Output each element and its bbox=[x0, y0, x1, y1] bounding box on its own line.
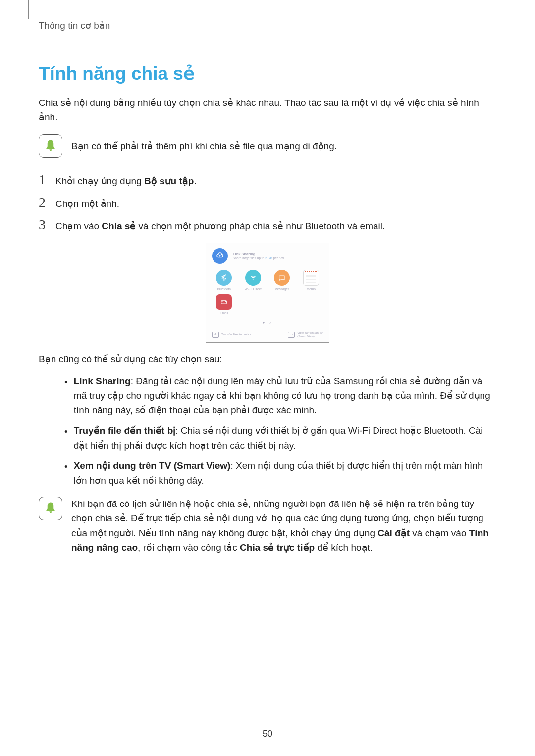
tv-icon: ▭ bbox=[288, 332, 295, 338]
smart-view-item: ▭ View content on TV(Smart View) bbox=[288, 331, 323, 338]
messages-icon bbox=[274, 270, 290, 286]
sub-heading: Bạn cũng có thể sử dụng các tùy chọn sau… bbox=[39, 353, 496, 365]
page-number: 50 bbox=[0, 729, 535, 739]
step-3: 3 Chạm vào Chia sẻ và chọn một phương ph… bbox=[39, 218, 496, 234]
share-bluetooth: Bluetooth bbox=[212, 270, 236, 291]
section-header: Thông tin cơ bản bbox=[39, 20, 496, 31]
intro-text: Chia sẻ nội dung bằng nhiều tùy chọn chi… bbox=[39, 96, 496, 124]
bullet-list: • Link Sharing: Đăng tải các nội dung lê… bbox=[39, 374, 496, 488]
step-text-2: Chọn một ảnh. bbox=[55, 197, 119, 211]
note-block-1: Bạn có thể phải trả thêm phí khi chia sẻ… bbox=[39, 134, 496, 158]
step-number-3: 3 bbox=[39, 218, 49, 232]
step-text-3: Chạm vào Chia sẻ và chọn một phương pháp… bbox=[55, 219, 385, 234]
share-panel-illustration: Link Sharing Share large files up to 2 G… bbox=[206, 243, 329, 343]
page-title: Tính năng chia sẻ bbox=[39, 63, 496, 84]
step-number-2: 2 bbox=[39, 196, 49, 209]
share-wifi-direct: Wi-Fi Direct bbox=[241, 270, 266, 291]
transfer-files-item: ➜ Transfer files to device bbox=[212, 331, 251, 338]
note-text-1: Bạn có thể phải trả thêm phí khi chia sẻ… bbox=[71, 134, 337, 153]
email-icon bbox=[216, 294, 232, 310]
step-1: 1 Khởi chạy ứng dụng Bộ sưu tập. bbox=[39, 173, 496, 189]
note-block-2: Khi bạn đã có lịch sử liên hệ hoặc chia … bbox=[39, 497, 496, 555]
tab-marker bbox=[28, 0, 29, 19]
bell-icon bbox=[39, 497, 62, 520]
step-text-1: Khởi chạy ứng dụng Bộ sưu tập. bbox=[55, 174, 197, 189]
note-text-2: Khi bạn đã có lịch sử liên hệ hoặc chia … bbox=[71, 497, 496, 555]
step-2: 2 Chọn một ảnh. bbox=[39, 196, 496, 211]
bullet-transfer-file: • Truyền file đến thiết bị: Chia sẻ nội … bbox=[64, 423, 496, 453]
share-icon-grid: Bluetooth Wi-Fi Direct Messages Memo bbox=[212, 270, 323, 315]
bluetooth-icon bbox=[216, 270, 232, 286]
bell-icon bbox=[39, 134, 62, 158]
memo-icon bbox=[303, 270, 319, 286]
cloud-icon bbox=[212, 248, 228, 264]
link-sharing-text: Link Sharing Share large files up to 2 G… bbox=[233, 252, 285, 260]
share-email: Email bbox=[212, 294, 236, 315]
share-memo: Memo bbox=[299, 270, 323, 291]
wifi-icon bbox=[245, 270, 261, 286]
share-bottom-row: ➜ Transfer files to device ▭ View conten… bbox=[212, 328, 323, 338]
bullet-smart-view: • Xem nội dung trên TV (Smart View): Xem… bbox=[64, 458, 496, 488]
step-number-1: 1 bbox=[39, 173, 49, 187]
page-dots: ● ○ bbox=[212, 320, 323, 325]
svg-point-0 bbox=[253, 279, 254, 280]
link-sharing-row: Link Sharing Share large files up to 2 G… bbox=[212, 248, 323, 264]
device-icon: ➜ bbox=[212, 332, 219, 338]
share-messages: Messages bbox=[270, 270, 294, 291]
bullet-link-sharing: • Link Sharing: Đăng tải các nội dung lê… bbox=[64, 374, 496, 417]
